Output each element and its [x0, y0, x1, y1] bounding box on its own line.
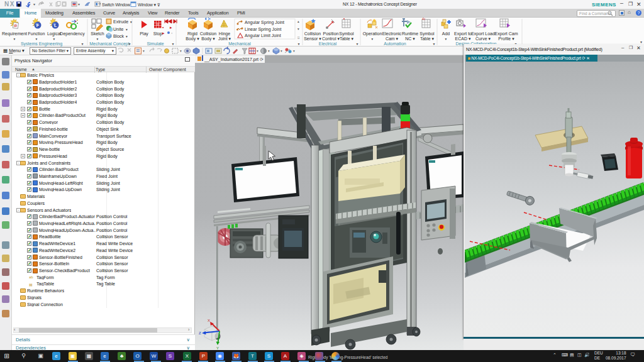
- svg-text:Z: Z: [199, 331, 201, 335]
- svg-text:NC ▾: NC ▾: [405, 36, 415, 41]
- svg-text:Control ▾: Control ▾: [322, 36, 340, 41]
- svg-text:Mechanical Concept: Mechanical Concept: [89, 41, 129, 47]
- svg-text:▾: ▾: [257, 49, 258, 53]
- svg-text:R: R: [14, 24, 18, 28]
- svg-text:ECAD ▾: ECAD ▾: [455, 36, 471, 41]
- svg-text:▾: ▾: [172, 42, 174, 46]
- svg-text:Systems Engineering: Systems Engineering: [21, 41, 62, 47]
- svg-text:Logical: Logical: [47, 31, 62, 36]
- svg-text:Symbol: Symbol: [419, 31, 435, 36]
- svg-text:▾: ▾: [97, 37, 99, 41]
- svg-text:Extrude: Extrude: [113, 19, 128, 24]
- svg-text:Curve ▾: Curve ▾: [475, 36, 491, 41]
- svg-text:▴: ▴: [297, 19, 299, 23]
- svg-text:▾: ▾: [433, 42, 435, 46]
- svg-text:▾: ▾: [280, 49, 282, 53]
- svg-text:▾: ▾: [293, 49, 295, 53]
- svg-text:Mechanical: Mechanical: [228, 41, 251, 46]
- svg-text:▾: ▾: [268, 49, 270, 53]
- svg-text:▾: ▾: [130, 20, 132, 24]
- svg-text:Electronic: Electronic: [382, 31, 402, 36]
- svg-text:▾: ▾: [126, 35, 128, 38]
- svg-text:▸: ▸: [170, 25, 172, 30]
- svg-text:Angular Spring Joint: Angular Spring Joint: [245, 20, 284, 25]
- svg-text:Simulate: Simulate: [147, 41, 164, 46]
- svg-text:Dependency: Dependency: [60, 31, 85, 36]
- svg-text:Rigid: Rigid: [187, 31, 197, 36]
- svg-text:Automation: Automation: [384, 41, 406, 46]
- svg-text:Export Cam: Export Cam: [495, 31, 518, 36]
- svg-text:▾: ▾: [297, 42, 299, 46]
- svg-text:Profile ▾: Profile ▾: [498, 36, 514, 41]
- svg-text:Position: Position: [323, 31, 339, 36]
- svg-text:Block: Block: [113, 34, 125, 38]
- svg-text:4x: 4x: [422, 18, 426, 21]
- svg-text:Table ▾: Table ▾: [420, 36, 435, 41]
- svg-text:Export Load: Export Load: [471, 31, 495, 36]
- svg-text:▾: ▾: [33, 3, 35, 6]
- svg-text:▸: ▸: [162, 31, 165, 35]
- svg-text:Table ▾: Table ▾: [340, 36, 354, 41]
- svg-text:Sketch: Sketch: [91, 31, 104, 36]
- svg-text:Cam ▾: Cam ▾: [386, 36, 399, 41]
- svg-text:▾: ▾: [126, 28, 128, 31]
- svg-text:◦: ◦: [171, 31, 172, 35]
- svg-text:▾: ▾: [143, 49, 145, 53]
- svg-text:⍗: ⍗: [297, 36, 300, 40]
- svg-text:Operation: Operation: [363, 31, 382, 36]
- svg-text:Requirement: Requirement: [2, 31, 27, 36]
- svg-text:▾: ▾: [78, 3, 80, 6]
- svg-text:▾: ▾: [356, 42, 358, 46]
- svg-text:Hinge: Hinge: [219, 31, 230, 36]
- svg-text:Body ▾: Body ▾: [186, 36, 199, 41]
- svg-text:Angular Limit Joint: Angular Limit Joint: [245, 33, 281, 38]
- svg-text:Runtime: Runtime: [402, 31, 418, 36]
- svg-text:Function: Function: [28, 31, 45, 36]
- svg-text:▪: ▪: [162, 25, 164, 30]
- svg-text:Sensor ▾: Sensor ▾: [304, 36, 321, 41]
- svg-text:Switch Window: Switch Window: [102, 3, 131, 7]
- svg-text:▾: ▾: [372, 37, 374, 41]
- svg-text:▾: ▾: [445, 37, 447, 41]
- svg-text:Stop: Stop: [153, 31, 163, 36]
- svg-text:Unite: Unite: [113, 27, 123, 31]
- svg-text:Linear Spring Joint: Linear Spring Joint: [245, 27, 281, 32]
- svg-text:L: L: [54, 23, 57, 28]
- svg-text:Collision: Collision: [304, 31, 321, 36]
- svg-text:Joint ▾: Joint ▾: [218, 36, 231, 41]
- svg-text:▾: ▾: [36, 37, 38, 41]
- svg-text:Play: Play: [140, 31, 148, 36]
- svg-text:▾: ▾: [297, 27, 299, 31]
- svg-text:Symbol: Symbol: [339, 31, 354, 36]
- svg-text:X: X: [208, 319, 210, 322]
- svg-text:Collision: Collision: [200, 31, 217, 36]
- svg-text:▾: ▾: [128, 42, 130, 46]
- svg-text:Body ▾: Body ▾: [201, 36, 215, 41]
- svg-text:Window ▾ ⊽: Window ▾ ⊽: [138, 3, 160, 7]
- svg-text:▾: ▾: [14, 37, 16, 41]
- svg-text:Add: Add: [442, 31, 450, 36]
- svg-text:▾: ▾: [180, 49, 182, 53]
- svg-text:▾: ▾: [53, 37, 55, 41]
- svg-text:Export to: Export to: [454, 31, 472, 36]
- svg-text:F: F: [36, 23, 40, 28]
- svg-text:Electrical: Electrical: [319, 41, 337, 46]
- svg-text:▾: ▾: [81, 42, 83, 46]
